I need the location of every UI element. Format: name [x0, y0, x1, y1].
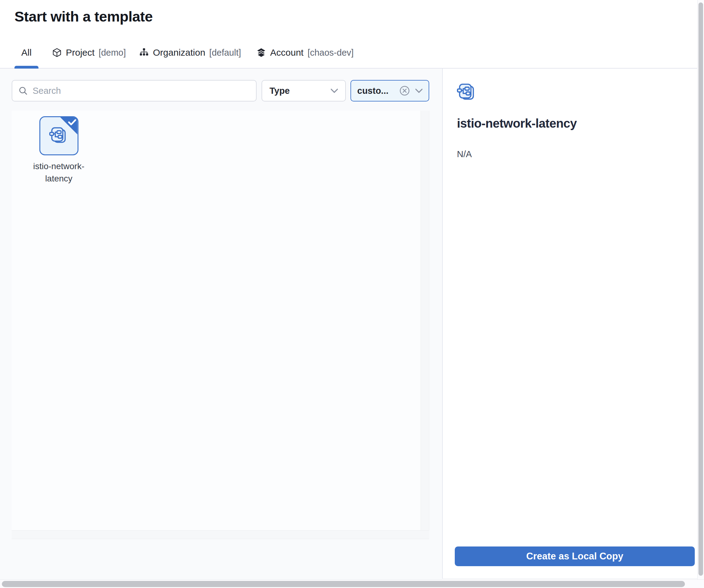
page-title: Start with a template — [14, 8, 153, 25]
active-tab-indicator — [14, 66, 39, 69]
search-input[interactable] — [33, 86, 250, 96]
template-details-description: N/A — [457, 149, 472, 159]
tab-label: Project — [66, 47, 95, 58]
create-local-copy-button[interactable]: Create as Local Copy — [455, 546, 695, 566]
template-browser-pane: Type custo... — [0, 69, 442, 579]
tab-scope: [default] — [209, 48, 241, 58]
template-grid-item: istio-network-latency — [20, 116, 97, 185]
sitemap-icon — [139, 48, 149, 58]
clear-circle-x-icon[interactable] — [399, 85, 410, 96]
tab-label: All — [21, 47, 32, 58]
check-icon — [68, 119, 76, 125]
tab-account[interactable]: Account [chaos-dev] — [256, 46, 354, 60]
tab-label: Organization — [153, 47, 205, 58]
search-icon — [18, 86, 28, 95]
type-filter-label: Type — [270, 86, 290, 96]
active-filter-dropdown[interactable]: custo... — [350, 80, 429, 102]
grid-vertical-scrollbar[interactable] — [421, 111, 429, 530]
horizontal-scrollbar-track[interactable] — [0, 579, 704, 588]
tab-all[interactable]: All — [14, 46, 39, 60]
vertical-scrollbar-track[interactable] — [697, 0, 704, 579]
vertical-scrollbar-thumb[interactable] — [698, 2, 703, 576]
tab-label: Account — [270, 47, 303, 58]
template-card[interactable] — [39, 116, 78, 155]
tab-organization[interactable]: Organization [default] — [139, 46, 241, 60]
page-header: Start with a template All Project [demo] — [0, 0, 697, 69]
horizontal-scrollbar-thumb[interactable] — [2, 581, 685, 587]
tab-project[interactable]: Project [demo] — [52, 46, 126, 60]
template-details-panel: istio-network-latency N/A Create as Loca… — [442, 69, 697, 579]
cube-icon — [52, 48, 62, 58]
stacked-flowchart-icon — [49, 126, 68, 144]
tab-scope: [demo] — [99, 48, 126, 58]
stacked-flowchart-icon — [457, 82, 476, 102]
active-filter-value: custo... — [357, 86, 389, 96]
chevron-down-icon — [415, 88, 422, 93]
template-grid: istio-network-latency — [12, 111, 429, 539]
type-filter-dropdown[interactable]: Type — [261, 80, 346, 102]
tab-scope: [chaos-dev] — [307, 48, 354, 58]
grid-horizontal-scrollbar[interactable] — [12, 530, 429, 539]
search-box — [12, 80, 256, 102]
template-details-title: istio-network-latency — [457, 117, 577, 130]
layers-icon — [256, 48, 266, 58]
template-card-label: istio-network-latency — [20, 160, 97, 185]
chevron-down-icon — [331, 88, 338, 93]
